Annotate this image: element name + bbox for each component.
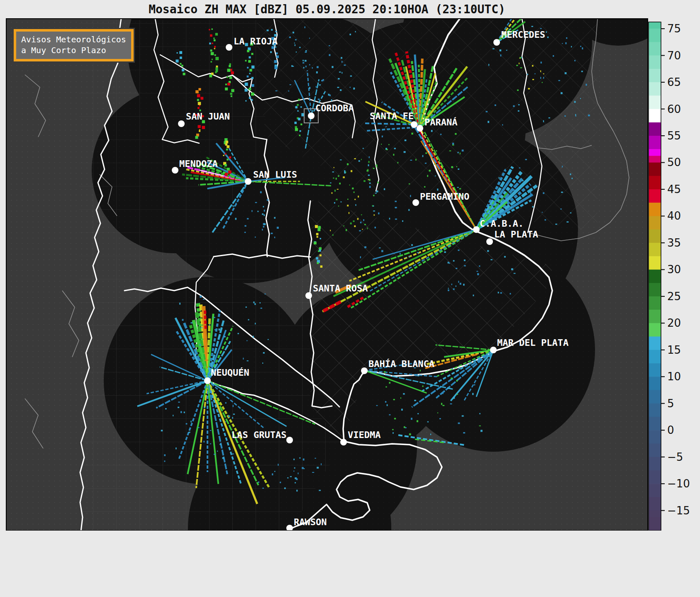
radar-speck bbox=[480, 430, 483, 432]
radar-speck bbox=[339, 71, 341, 72]
radar-speck bbox=[517, 201, 518, 201]
radar-speck bbox=[417, 375, 419, 377]
colorbar-tick-label: 20 bbox=[667, 317, 681, 329]
storm-cell bbox=[223, 155, 224, 156]
storm-cell bbox=[212, 43, 213, 44]
colorbar-segment bbox=[649, 243, 661, 257]
radar-speck bbox=[355, 31, 356, 32]
storm-cell bbox=[276, 52, 278, 54]
colorbar-segment bbox=[649, 109, 661, 123]
radar-speck bbox=[516, 65, 518, 66]
radar-speck bbox=[436, 150, 437, 152]
storm-cell bbox=[271, 29, 273, 31]
radar-speck bbox=[404, 151, 406, 153]
radar-speck bbox=[210, 443, 211, 444]
storm-cell bbox=[227, 159, 229, 161]
radar-speck bbox=[398, 162, 398, 164]
radar-speck bbox=[290, 84, 291, 85]
storm-cell bbox=[182, 69, 184, 71]
radar-speck bbox=[190, 421, 191, 422]
storm-cell bbox=[244, 89, 247, 92]
colorbar-tick-label: 60 bbox=[667, 103, 681, 115]
city-label: RAWSON bbox=[294, 517, 327, 527]
radar-speck bbox=[225, 421, 226, 422]
radar-speck bbox=[403, 393, 405, 395]
radar-speck bbox=[384, 188, 385, 190]
radar-speck bbox=[543, 192, 544, 194]
radar-speck bbox=[455, 133, 456, 135]
radar-speck bbox=[381, 144, 382, 144]
radar-speck bbox=[422, 155, 423, 157]
radar-speck bbox=[389, 382, 390, 384]
radar-speck bbox=[510, 293, 511, 295]
radar-speck bbox=[453, 289, 455, 290]
radar-speck bbox=[395, 218, 397, 220]
radar-speck bbox=[373, 195, 374, 196]
radar-speck bbox=[264, 223, 266, 225]
colorbar-tick-label: 15 bbox=[667, 344, 681, 356]
colorbar-segment bbox=[649, 430, 661, 444]
radar-speck bbox=[334, 167, 334, 168]
storm-cell bbox=[297, 110, 298, 112]
storm-cell bbox=[180, 63, 181, 65]
radar-speck bbox=[449, 150, 451, 151]
radar-speck bbox=[500, 49, 502, 51]
radar-speck bbox=[448, 262, 449, 263]
radar-speck bbox=[562, 166, 563, 167]
radar-speck bbox=[373, 168, 375, 169]
radar-speck bbox=[452, 368, 454, 369]
radar-speck bbox=[218, 328, 220, 330]
radar-speck bbox=[215, 404, 216, 405]
radar-speck bbox=[305, 27, 305, 28]
radar-speck bbox=[463, 284, 464, 286]
radar-speck bbox=[561, 192, 563, 193]
radar-speck bbox=[458, 250, 459, 251]
radar-speck bbox=[161, 430, 163, 431]
radar-speck bbox=[393, 154, 394, 155]
radar-speck bbox=[364, 224, 366, 225]
radar-speck bbox=[305, 50, 307, 51]
radar-speck bbox=[574, 101, 576, 103]
radar-speck bbox=[316, 86, 317, 88]
colorbar-segment bbox=[649, 323, 661, 337]
radar-speck bbox=[571, 178, 573, 179]
storm-cell bbox=[227, 76, 228, 78]
radar-speck bbox=[411, 418, 412, 420]
storm-cell bbox=[214, 48, 215, 49]
radar-speck bbox=[351, 170, 352, 172]
radar-speck bbox=[337, 87, 339, 88]
radar-speck bbox=[368, 174, 370, 176]
colorbar-segment bbox=[649, 390, 661, 404]
city-dot bbox=[361, 367, 368, 374]
radar-speck bbox=[437, 412, 438, 413]
storm-cell bbox=[316, 233, 319, 235]
radar-speck bbox=[477, 273, 479, 275]
storm-cell bbox=[229, 65, 231, 67]
radar-speck bbox=[441, 179, 442, 179]
storm-cell bbox=[295, 128, 298, 131]
radar-speck bbox=[442, 393, 443, 394]
radar-speck bbox=[479, 265, 480, 267]
radar-speck bbox=[527, 179, 527, 181]
colorbar-segment bbox=[649, 484, 661, 497]
radar-speck bbox=[369, 183, 371, 184]
radar-speck bbox=[209, 324, 210, 326]
radar-speck bbox=[541, 61, 542, 63]
radar-speck bbox=[248, 319, 249, 321]
radar-speck bbox=[210, 430, 211, 431]
colorbar-segment bbox=[649, 443, 661, 457]
radar-speck bbox=[442, 405, 444, 406]
radar-speck bbox=[263, 206, 264, 207]
storm-cell bbox=[198, 88, 201, 91]
radar-speck bbox=[340, 159, 341, 160]
storm-cell bbox=[176, 52, 178, 54]
radar-speck bbox=[299, 458, 300, 459]
radar-speck bbox=[275, 31, 277, 32]
colorbar-segment bbox=[649, 149, 661, 156]
radar-speck bbox=[546, 32, 547, 33]
colorbar-tick-label: −15 bbox=[667, 504, 690, 517]
radar-speck bbox=[319, 84, 321, 86]
radar-speck bbox=[340, 201, 341, 202]
radar-speck bbox=[203, 441, 205, 443]
storm-cell bbox=[320, 265, 323, 268]
